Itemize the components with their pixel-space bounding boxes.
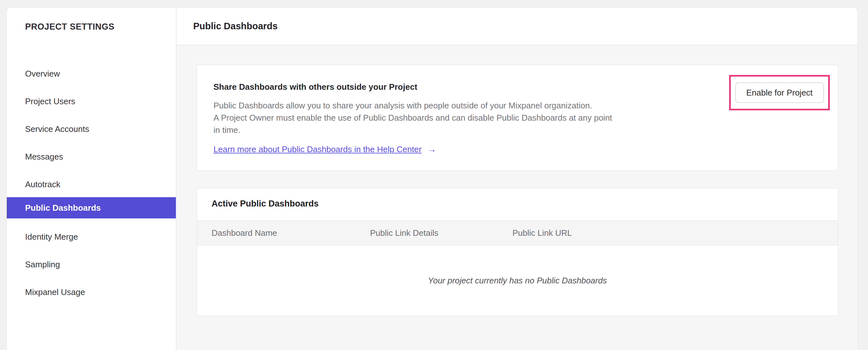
- active-dashboards-heading: Active Public Dashboards: [212, 199, 318, 209]
- help-link-row: Learn more about Public Dashboards in th…: [214, 144, 822, 154]
- column-public-link-url: Public Link URL: [513, 228, 572, 238]
- sidebar-item-identity-merge[interactable]: Identity Merge: [7, 223, 176, 251]
- enable-for-project-button[interactable]: Enable for Project: [735, 82, 824, 103]
- page-header: Public Dashboards: [177, 8, 858, 46]
- main-area: Public Dashboards Share Dashboards with …: [177, 8, 858, 350]
- enable-highlight-box: Enable for Project: [729, 75, 830, 110]
- active-dashboards-card: Active Public Dashboards Dashboard Name …: [196, 188, 838, 316]
- column-public-link-details: Public Link Details: [370, 228, 438, 238]
- sidebar-item-overview[interactable]: Overview: [7, 60, 176, 88]
- description-line: in time.: [214, 124, 822, 136]
- description-line: A Project Owner must enable the use of P…: [214, 112, 822, 124]
- empty-state-message: Your project currently has no Public Das…: [428, 276, 607, 286]
- sidebar-item-messages[interactable]: Messages: [7, 143, 176, 171]
- sidebar-item-public-dashboards[interactable]: Public Dashboards: [7, 197, 176, 218]
- dashboards-table-header: Dashboard Name Public Link Details Publi…: [197, 221, 838, 245]
- share-dashboards-card: Share Dashboards with others outside you…: [196, 65, 838, 171]
- sidebar-title: PROJECT SETTINGS: [25, 22, 115, 32]
- main-content: Share Dashboards with others outside you…: [177, 46, 858, 350]
- dashboards-empty-area: Your project currently has no Public Das…: [197, 245, 838, 316]
- settings-panel: PROJECT SETTINGS Overview Project Users …: [6, 7, 858, 350]
- sidebar-item-service-accounts[interactable]: Service Accounts: [7, 115, 176, 143]
- column-dashboard-name: Dashboard Name: [212, 228, 277, 238]
- help-center-link[interactable]: Learn more about Public Dashboards in th…: [214, 144, 422, 154]
- arrow-right-icon: →: [428, 144, 436, 154]
- sidebar-item-mixpanel-usage[interactable]: Mixpanel Usage: [7, 278, 176, 306]
- sidebar-item-sampling[interactable]: Sampling: [7, 251, 176, 278]
- page-title: Public Dashboards: [193, 21, 278, 31]
- settings-sidebar: PROJECT SETTINGS Overview Project Users …: [7, 8, 177, 350]
- sidebar-item-project-users[interactable]: Project Users: [7, 88, 176, 115]
- sidebar-item-autotrack[interactable]: Autotrack: [7, 171, 176, 198]
- page: PROJECT SETTINGS Overview Project Users …: [0, 0, 868, 350]
